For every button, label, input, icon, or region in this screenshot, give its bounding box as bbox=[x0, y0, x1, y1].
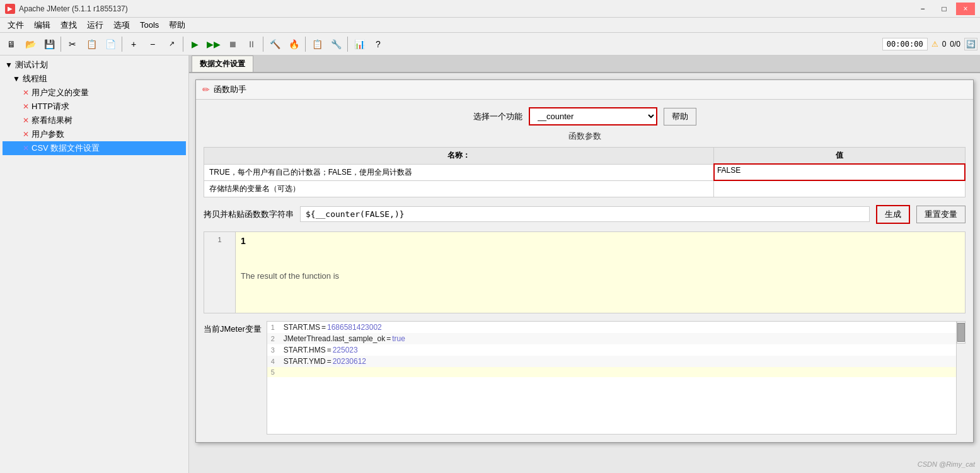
watermark: CSDN @Rimy_cat bbox=[918, 460, 975, 468]
var-num: 5 bbox=[271, 368, 284, 376]
menu-tools[interactable]: Tools bbox=[135, 19, 164, 31]
var-val: 1686581423002 bbox=[327, 323, 382, 332]
var-key: START.MS bbox=[284, 323, 320, 332]
tb-help[interactable]: ? bbox=[369, 35, 387, 53]
tb-add[interactable]: + bbox=[125, 35, 142, 53]
menu-options[interactable]: 选项 bbox=[108, 18, 135, 32]
var-val: true bbox=[392, 334, 405, 343]
sidebar-item-csv-settings[interactable]: ✕ CSV 数据文件设置 bbox=[3, 141, 186, 155]
variables-list: 1 START.MS = 1686581423002 2 JMeterThrea… bbox=[267, 321, 957, 435]
sidebar-item-label: CSV 数据文件设置 bbox=[32, 143, 100, 154]
app-icon: ▶ bbox=[5, 4, 15, 14]
result-area: 1 1 The result of the function is bbox=[204, 231, 966, 313]
sidebar-item-label: 用户参数 bbox=[32, 129, 64, 140]
menu-file[interactable]: 文件 bbox=[3, 18, 29, 32]
menu-bar: 文件 编辑 查找 运行 选项 Tools 帮助 bbox=[0, 18, 980, 33]
close-button[interactable]: × bbox=[956, 3, 975, 15]
tb-clear[interactable]: 🔨 bbox=[266, 35, 284, 53]
var-key: START.YMD bbox=[284, 357, 326, 366]
tb-search[interactable]: 🔧 bbox=[327, 35, 345, 53]
tb-new[interactable]: 🖥 bbox=[3, 35, 20, 53]
tb-expand[interactable]: ↗ bbox=[163, 35, 180, 53]
sidebar-item-label: 测试计划 bbox=[15, 59, 48, 71]
tb-clear-all[interactable]: 🔥 bbox=[285, 35, 303, 53]
tab-csv-settings[interactable]: 数据文件设置 bbox=[192, 55, 253, 72]
reset-button[interactable]: 重置变量 bbox=[916, 206, 966, 223]
vars-label: 当前JMeter变量 bbox=[204, 321, 262, 335]
tb-cut[interactable]: ✂ bbox=[64, 35, 81, 53]
list-item: 4 START.YMD = 20230612 bbox=[267, 356, 956, 367]
tb-copy[interactable]: 📋 bbox=[83, 35, 100, 53]
generate-row: 拷贝并粘贴函数数字符串 生成 重置变量 bbox=[204, 205, 966, 224]
tb-start[interactable]: ▶ bbox=[186, 35, 204, 53]
scrollbar-thumb[interactable] bbox=[957, 323, 965, 342]
param-name-1: TRUE，每个用户有自己的计数器；FALSE，使用全局计数器 bbox=[204, 164, 714, 180]
app-title: Apache JMeter (5.1.1 r1855137) bbox=[19, 4, 913, 13]
minimize-button[interactable]: − bbox=[913, 3, 932, 15]
status-time: 00:00:00 bbox=[882, 38, 928, 50]
sidebar-item-label: 察看结果树 bbox=[32, 115, 72, 126]
tb-paste[interactable]: 📄 bbox=[101, 35, 119, 53]
item-icon: ✕ bbox=[23, 116, 29, 125]
sidebar-item-http-req[interactable]: ✕ HTTP请求 bbox=[3, 100, 186, 114]
param-value-2[interactable] bbox=[714, 180, 965, 197]
result-description: The result of the function is bbox=[241, 271, 960, 281]
help-button[interactable]: 帮助 bbox=[664, 108, 696, 126]
warning-icon: ⚠ bbox=[931, 40, 938, 49]
sidebar-item-user-vars[interactable]: ✕ 用户定义的变量 bbox=[3, 86, 186, 100]
var-eq: = bbox=[327, 346, 331, 354]
tb-start-no-pause[interactable]: ▶▶ bbox=[205, 35, 222, 53]
params-label: 函数参数 bbox=[204, 131, 966, 142]
function-helper-dialog: ✏ 函数助手 选择一个功能 __counter 帮助 函数参数 bbox=[195, 79, 974, 443]
expand-icon: ▼ bbox=[13, 74, 20, 83]
menu-run[interactable]: 运行 bbox=[82, 18, 108, 32]
list-item: 2 JMeterThread.last_sample_ok = true bbox=[267, 333, 956, 344]
sidebar-item-label: 用户定义的变量 bbox=[32, 87, 89, 98]
function-select-row: 选择一个功能 __counter 帮助 bbox=[204, 107, 966, 126]
window-controls: − □ × bbox=[913, 3, 975, 15]
function-select-label: 选择一个功能 bbox=[473, 111, 522, 122]
item-icon: ✕ bbox=[23, 130, 29, 139]
param-value-1[interactable] bbox=[714, 164, 965, 180]
variables-section: 当前JMeter变量 1 START.MS = 1686581423002 2 … bbox=[204, 321, 966, 435]
tb-function-helper[interactable]: 📋 bbox=[308, 35, 326, 53]
menu-find[interactable]: 查找 bbox=[55, 18, 82, 32]
tb-save[interactable]: 💾 bbox=[40, 35, 58, 53]
col-name: 名称： bbox=[204, 148, 714, 165]
menu-help[interactable]: 帮助 bbox=[164, 18, 190, 32]
refresh-icon[interactable]: 🔄 bbox=[964, 38, 977, 50]
tb-remove[interactable]: − bbox=[144, 35, 161, 53]
params-table: 名称： 值 TRUE，每个用户有自己的计数器；FALSE，使用全局计数器 bbox=[204, 147, 966, 197]
var-val: 225023 bbox=[333, 346, 358, 354]
edit-icon: ✏ bbox=[202, 85, 210, 95]
result-content: 1 The result of the function is bbox=[236, 232, 965, 313]
sidebar-item-thread-group[interactable]: ▼ 线程组 bbox=[3, 72, 186, 86]
dialog-body: 选择一个功能 __counter 帮助 函数参数 名称： 值 bbox=[196, 100, 973, 442]
generate-button[interactable]: 生成 bbox=[876, 205, 910, 224]
var-eq: = bbox=[386, 334, 391, 343]
function-select[interactable]: __counter bbox=[530, 108, 656, 124]
tab-bar: 数据文件设置 bbox=[189, 55, 980, 73]
col-value: 值 bbox=[714, 148, 965, 165]
param-value-input-1[interactable] bbox=[717, 166, 962, 175]
tb-shutdown[interactable]: ⏸ bbox=[243, 35, 260, 53]
param-name-2: 存储结果的变量名（可选） bbox=[204, 180, 714, 197]
tb-stop[interactable]: ⏹ bbox=[224, 35, 241, 53]
param-value-input-2[interactable] bbox=[719, 184, 959, 192]
sidebar-item-user-params[interactable]: ✕ 用户参数 bbox=[3, 127, 186, 141]
menu-edit[interactable]: 编辑 bbox=[29, 18, 55, 32]
sidebar-item-result-tree[interactable]: ✕ 察看结果树 bbox=[3, 114, 186, 127]
maximize-button[interactable]: □ bbox=[935, 3, 954, 15]
tb-log[interactable]: 📊 bbox=[350, 35, 368, 53]
var-num: 4 bbox=[271, 358, 284, 365]
tb-open[interactable]: 📂 bbox=[21, 35, 39, 53]
right-panel: 数据文件设置 ✏ 函数助手 选择一个功能 __counter 帮助 bbox=[189, 55, 980, 473]
main-layout: ▼ 测试计划 ▼ 线程组 ✕ 用户定义的变量 ✕ HTTP请求 ✕ 察看结果树 … bbox=[0, 55, 980, 473]
sidebar-item-test-plan[interactable]: ▼ 测试计划 bbox=[3, 58, 186, 72]
scrollbar[interactable] bbox=[957, 321, 966, 344]
sidebar-item-label: 线程组 bbox=[23, 73, 47, 85]
line-number-1: 1 bbox=[217, 236, 221, 243]
var-key: START.HMS bbox=[284, 346, 326, 354]
result-sidebar: 1 bbox=[204, 232, 236, 313]
generate-input[interactable] bbox=[300, 206, 870, 222]
